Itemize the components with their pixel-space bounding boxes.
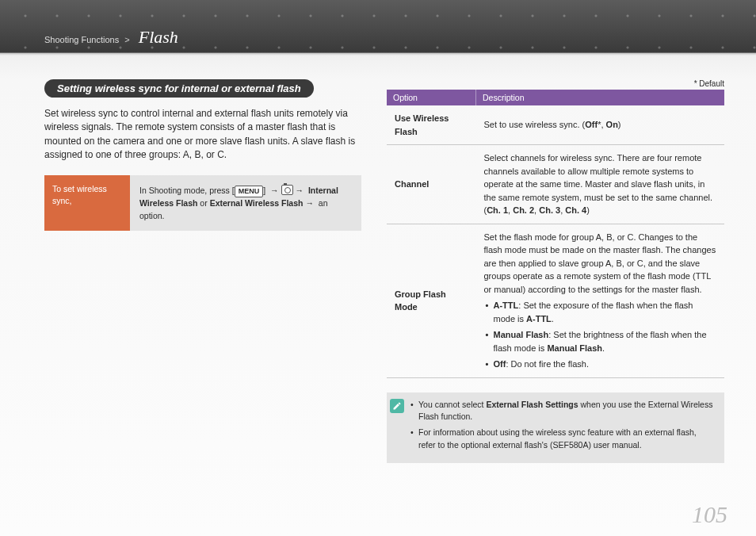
list-item: A-TTL: Set the exposure of the flash whe… xyxy=(484,299,717,325)
page: Shooting Functions > Flash Setting wirel… xyxy=(0,0,756,536)
bullet-text: : Set the exposure of the flash when the… xyxy=(494,301,693,324)
note-bold: External Flash Settings xyxy=(486,400,578,409)
table-header-option: Option xyxy=(387,90,476,105)
table-row: Group Flash Mode Set the flash mode for … xyxy=(387,224,724,377)
table-row: Channel Select channels for wireless syn… xyxy=(387,145,724,224)
option-name: Group Flash Mode xyxy=(387,224,476,377)
page-number: 105 xyxy=(692,501,727,528)
list-item: Manual Flash: Set the brightness of the … xyxy=(484,328,717,354)
instruction-body: In Shooting mode, press [MENU] →→ Intern… xyxy=(130,175,361,231)
list-item: Off: Do not fire the flash. xyxy=(484,358,717,371)
option-name: Channel xyxy=(387,145,476,224)
table-header-row: Option Description xyxy=(387,90,724,105)
desc-text: ) xyxy=(618,120,621,129)
header-bar: Shooting Functions > Flash xyxy=(0,0,756,53)
note-box: You cannot select External Flash Setting… xyxy=(387,392,724,463)
breadcrumb-topic: Flash xyxy=(139,27,178,47)
note-icon-wrap xyxy=(387,392,407,463)
intro-paragraph: Set wireless sync to control internal an… xyxy=(44,107,361,163)
desc-value: Ch. 4 xyxy=(565,205,586,215)
note-text: You cannot select xyxy=(418,400,486,409)
option-bullets: A-TTL: Set the exposure of the flash whe… xyxy=(484,299,717,371)
menu-key-icon: MENU xyxy=(235,186,264,198)
instruction-text: ] xyxy=(263,186,268,195)
table-row: Use Wireless Flash Set to use wireless s… xyxy=(387,105,724,145)
desc-value: On xyxy=(606,120,618,129)
arrow-icon: → xyxy=(305,198,314,208)
desc-value: Ch. 3 xyxy=(539,205,560,215)
right-column: * Default Option Description Use Wireles… xyxy=(387,79,724,512)
desc-value: Ch. 2 xyxy=(513,205,534,215)
option-description: Set the flash mode for group A, B, or C.… xyxy=(476,224,725,377)
camera-icon xyxy=(281,185,293,195)
bullet-value: A-TTL xyxy=(526,314,552,324)
instruction-label: To set wireless sync, xyxy=(44,175,130,231)
arrow-icon: → xyxy=(296,186,304,195)
desc-text: Set to use wireless sync. ( xyxy=(484,120,586,129)
table-header-description: Description xyxy=(476,90,725,105)
bullet-label: A-TTL xyxy=(494,301,519,310)
option-description: Select channels for wireless sync. There… xyxy=(476,145,725,224)
instruction-text: In Shooting mode, press [ xyxy=(139,186,235,195)
breadcrumb: Shooting Functions > Flash xyxy=(44,27,178,48)
pencil-icon xyxy=(392,401,402,411)
default-note: * Default xyxy=(387,79,724,88)
options-table: Option Description Use Wireless Flash Se… xyxy=(387,90,724,378)
note-body: You cannot select External Flash Setting… xyxy=(407,392,724,463)
bullet-value: Manual Flash xyxy=(547,343,602,353)
instruction-row: To set wireless sync, In Shooting mode, … xyxy=(44,175,361,231)
left-column: Setting wireless sync for internal or ex… xyxy=(44,79,361,512)
breadcrumb-separator: > xyxy=(124,35,129,44)
desc-text: Set the flash mode for group A, B, or C.… xyxy=(484,232,716,294)
note-icon xyxy=(390,399,404,413)
desc-value: Ch. 1 xyxy=(487,205,508,215)
bullet-text: . xyxy=(602,343,605,353)
option-name: Use Wireless Flash xyxy=(387,105,476,145)
bullet-text: . xyxy=(552,314,554,324)
desc-value: Off xyxy=(585,120,598,129)
list-item: You cannot select External Flash Setting… xyxy=(409,399,715,424)
bullet-label: Manual Flash xyxy=(494,330,549,339)
instruction-text: or xyxy=(197,198,209,208)
arrow-icon: → xyxy=(270,186,279,195)
option-description: Set to use wireless sync. (Off*, On) xyxy=(476,105,725,145)
breadcrumb-section: Shooting Functions xyxy=(44,35,119,44)
bullet-text: : Do not fire the flash. xyxy=(506,359,589,369)
instruction-link: External Wireless Flash xyxy=(210,198,304,208)
bullet-label: Off xyxy=(494,359,506,369)
section-heading: Setting wireless sync for internal or ex… xyxy=(44,79,314,98)
desc-text: ) xyxy=(586,205,590,215)
content-area: Setting wireless sync for internal or ex… xyxy=(44,79,724,512)
list-item: For information about using the wireless… xyxy=(409,427,715,452)
